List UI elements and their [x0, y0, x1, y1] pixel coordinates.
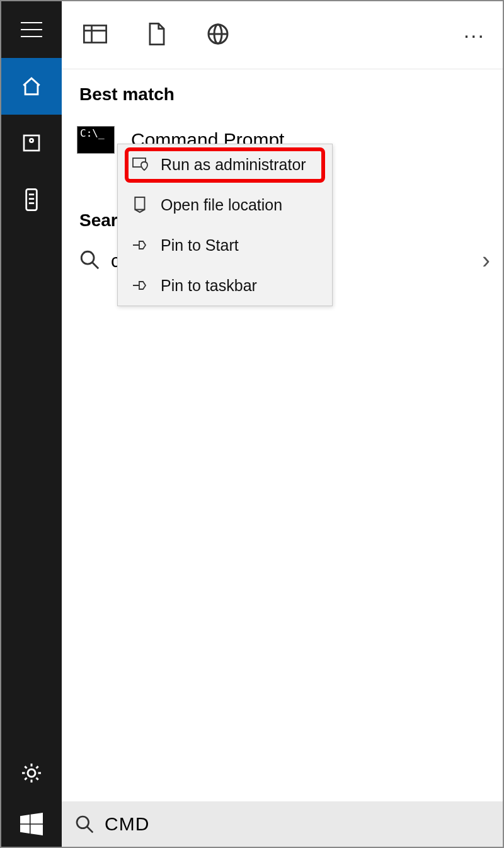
home-icon [21, 76, 42, 97]
context-item-label: Open file location [161, 196, 282, 214]
sidebar [1, 1, 62, 847]
svg-point-18 [81, 251, 94, 264]
recent-filter[interactable] [83, 24, 107, 47]
svg-rect-12 [84, 25, 106, 42]
hamburger-icon [21, 21, 42, 38]
context-run-as-admin[interactable]: Run as administrator [118, 144, 332, 185]
windows-icon [20, 813, 43, 835]
context-item-label: Pin to taskbar [161, 277, 257, 295]
filter-tabs: ··· [62, 1, 503, 69]
command-prompt-icon: C:\_ [77, 126, 115, 154]
svg-point-20 [77, 816, 89, 828]
documents-tab[interactable] [1, 171, 62, 228]
svg-point-4 [30, 139, 33, 142]
documents-filter[interactable] [147, 23, 166, 48]
context-menu: Run as administrator Open file location … [117, 144, 333, 306]
search-icon [77, 249, 102, 273]
svg-line-19 [92, 262, 98, 268]
search-icon [74, 814, 94, 834]
document-icon [147, 23, 166, 45]
apps-tab[interactable] [1, 115, 62, 171]
web-filter[interactable] [207, 23, 229, 48]
more-button[interactable]: ··· [464, 23, 503, 47]
location-icon [129, 197, 152, 213]
search-query-text: CMD [105, 813, 149, 835]
best-match-heading: Best match [79, 84, 503, 105]
folder-icon [21, 133, 42, 153]
settings-button[interactable] [1, 745, 62, 801]
svg-point-9 [28, 769, 35, 777]
context-pin-to-start[interactable]: Pin to Start [118, 225, 332, 265]
context-pin-to-taskbar[interactable]: Pin to taskbar [118, 265, 332, 306]
admin-icon [129, 158, 152, 171]
recent-icon [83, 24, 107, 44]
chevron-right-icon: › [482, 247, 490, 274]
pin-icon [129, 279, 152, 292]
pin-icon [129, 239, 152, 251]
search-results-panel: ··· Best match C:\_ Command Prompt Searc… [62, 1, 503, 801]
globe-icon [207, 23, 229, 45]
remote-icon [25, 188, 38, 211]
hamburger-menu-button[interactable] [1, 1, 62, 58]
start-button[interactable] [1, 801, 62, 847]
search-bar[interactable]: CMD [62, 801, 503, 847]
svg-line-21 [87, 827, 93, 832]
context-item-label: Pin to Start [161, 236, 239, 255]
context-open-file-location[interactable]: Open file location [118, 185, 332, 225]
home-tab[interactable] [1, 58, 62, 115]
svg-rect-23 [135, 197, 144, 210]
gear-icon [20, 762, 43, 784]
context-item-label: Run as administrator [161, 156, 306, 174]
